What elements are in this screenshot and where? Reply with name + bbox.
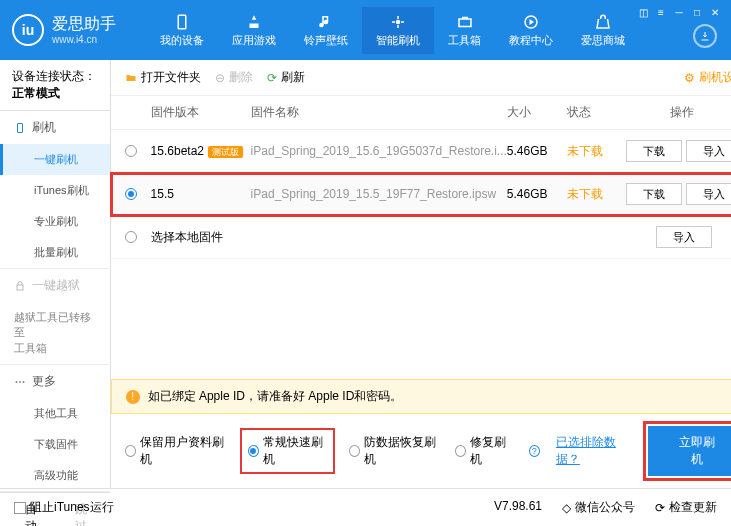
- appleid-warning: ! 如已绑定 Apple ID，请准备好 Apple ID和密码。 ✕: [111, 379, 731, 414]
- svg-rect-6: [17, 285, 23, 290]
- firmware-radio[interactable]: [125, 145, 137, 157]
- menu-jailbreak-header[interactable]: 一键越狱: [0, 269, 110, 302]
- local-firmware-row[interactable]: 选择本地固件 导入: [111, 216, 731, 259]
- refresh-icon: ⟳: [267, 71, 277, 85]
- wechat-icon: ◇: [562, 501, 571, 515]
- exclude-data-link[interactable]: 已选排除数据？: [556, 434, 632, 468]
- logo-icon: iu: [12, 14, 44, 46]
- svg-point-9: [23, 381, 25, 383]
- menu-itunes-flash[interactable]: iTunes刷机: [0, 175, 110, 206]
- warning-icon: !: [126, 390, 140, 404]
- flash-now-button[interactable]: 立即刷机: [648, 426, 731, 476]
- import-button[interactable]: 导入: [686, 183, 731, 205]
- check-update-link[interactable]: ⟳检查更新: [655, 499, 717, 516]
- titlebar: iu 爱思助手 www.i4.cn 我的设备 应用游戏 铃声壁纸 智能刷机 工具…: [0, 0, 731, 60]
- app-title: 爱思助手: [52, 14, 116, 33]
- refresh-button[interactable]: ⟳刷新: [267, 69, 305, 86]
- flash-settings-button[interactable]: ⚙刷机设置: [684, 69, 731, 86]
- gear-icon: ⚙: [684, 71, 695, 85]
- statusbar: 阻止iTunes运行 V7.98.61 ◇微信公众号 ⟳检查更新: [0, 488, 731, 526]
- app-logo: iu 爱思助手 www.i4.cn: [12, 14, 116, 46]
- svg-rect-2: [459, 19, 471, 27]
- firmware-row[interactable]: 15.5 iPad_Spring_2019_15.5_19F77_Restore…: [111, 173, 731, 216]
- svg-rect-0: [178, 15, 186, 29]
- menu-batch-flash[interactable]: 批量刷机: [0, 237, 110, 268]
- delete-icon: ⊖: [215, 71, 225, 85]
- option-normal-flash[interactable]: 常规快速刷机: [242, 430, 333, 472]
- beta-badge: 测试版: [208, 146, 243, 158]
- delete-button[interactable]: ⊖删除: [215, 69, 253, 86]
- open-folder-button[interactable]: 打开文件夹: [125, 69, 201, 86]
- import-button[interactable]: 导入: [686, 140, 731, 162]
- menu-pro-flash[interactable]: 专业刷机: [0, 206, 110, 237]
- firmware-table-header: 固件版本 固件名称 大小 状态 操作: [111, 96, 731, 130]
- firmware-row[interactable]: 15.6beta2测试版 iPad_Spring_2019_15.6_19G50…: [111, 130, 731, 173]
- svg-point-8: [19, 381, 21, 383]
- firmware-radio[interactable]: [125, 231, 137, 243]
- nav-media[interactable]: 铃声壁纸: [290, 7, 362, 54]
- update-icon: ⟳: [655, 501, 665, 515]
- menu-oneclick-flash[interactable]: 一键刷机: [0, 144, 110, 175]
- nav-apps[interactable]: 应用游戏: [218, 7, 290, 54]
- nav-toolbox[interactable]: 工具箱: [434, 7, 495, 54]
- maximize-icon[interactable]: □: [689, 6, 705, 18]
- sidebar: 设备连接状态：正常模式 刷机 一键刷机 iTunes刷机 专业刷机 批量刷机 一…: [0, 60, 111, 488]
- app-url: www.i4.cn: [52, 34, 116, 46]
- connection-status: 设备连接状态：正常模式: [0, 60, 110, 111]
- help-icon[interactable]: ?: [529, 445, 540, 457]
- wechat-link[interactable]: ◇微信公众号: [562, 499, 635, 516]
- menu-advanced[interactable]: 高级功能: [0, 460, 110, 491]
- menu-more-header[interactable]: 更多: [0, 365, 110, 398]
- svg-point-7: [16, 381, 18, 383]
- option-keep-data[interactable]: 保留用户资料刷机: [125, 434, 226, 468]
- option-repair-flash[interactable]: 修复刷机: [455, 434, 513, 468]
- download-button[interactable]: 下载: [626, 140, 682, 162]
- menu-download-fw[interactable]: 下载固件: [0, 429, 110, 460]
- nav-tutorial[interactable]: 教程中心: [495, 7, 567, 54]
- minimize-icon[interactable]: ─: [671, 6, 687, 18]
- download-manager-icon[interactable]: [693, 24, 717, 48]
- main-panel: 打开文件夹 ⊖删除 ⟳刷新 ⚙刷机设置 固件版本 固件名称 大小 状态 操作 1…: [111, 60, 731, 488]
- window-controls: ◫ ≡ ─ □ ✕: [635, 6, 723, 18]
- svg-rect-5: [18, 123, 23, 132]
- menu-flash-header[interactable]: 刷机: [0, 111, 110, 144]
- version-label: V7.98.61: [494, 499, 542, 516]
- close-icon[interactable]: ✕: [707, 6, 723, 18]
- firmware-radio[interactable]: [125, 188, 137, 200]
- svg-point-1: [396, 19, 401, 24]
- menu-icon[interactable]: ≡: [653, 6, 669, 18]
- download-button[interactable]: 下载: [626, 183, 682, 205]
- skin-icon[interactable]: ◫: [635, 6, 651, 18]
- svg-marker-4: [530, 19, 535, 25]
- menu-other-tools[interactable]: 其他工具: [0, 398, 110, 429]
- main-nav: 我的设备 应用游戏 铃声壁纸 智能刷机 工具箱 教程中心 爱思商城: [146, 7, 639, 54]
- folder-icon: [125, 72, 137, 84]
- jailbreak-note: 越狱工具已转移至 工具箱: [0, 302, 110, 364]
- nav-flash[interactable]: 智能刷机: [362, 7, 434, 54]
- nav-my-device[interactable]: 我的设备: [146, 7, 218, 54]
- import-button[interactable]: 导入: [656, 226, 712, 248]
- block-itunes-checkbox[interactable]: 阻止iTunes运行: [14, 499, 114, 516]
- nav-store[interactable]: 爱思商城: [567, 7, 639, 54]
- option-anti-recovery[interactable]: 防数据恢复刷机: [349, 434, 439, 468]
